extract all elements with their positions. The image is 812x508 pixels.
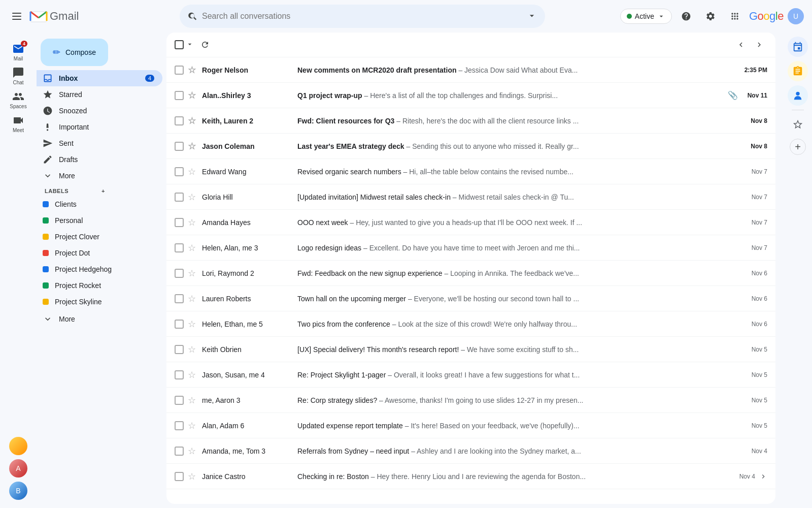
- apps-button[interactable]: [725, 6, 745, 26]
- contacts-panel-button[interactable]: [788, 85, 808, 106]
- labels-add-button[interactable]: +: [101, 188, 158, 194]
- sidebar-item-sent[interactable]: Sent: [37, 135, 162, 151]
- gmail-logo: Gmail: [29, 10, 79, 23]
- sidebar-item-inbox[interactable]: Inbox 4: [37, 70, 162, 86]
- tasks-panel-button[interactable]: [788, 61, 808, 81]
- email-row[interactable]: ☆ Alan..Shirley 3 Q1 project wrap-up – H…: [166, 83, 775, 108]
- label-clients[interactable]: Clients: [37, 196, 162, 212]
- sidebar-item-starred[interactable]: Starred: [37, 86, 162, 103]
- row-star-11[interactable]: ☆: [188, 319, 198, 329]
- row-star-13[interactable]: ☆: [188, 370, 198, 380]
- sidebar-item-important[interactable]: Important: [37, 119, 162, 135]
- email-row[interactable]: ☆ Alan, Adam 6 Updated expense report te…: [166, 413, 775, 438]
- row-star-4[interactable]: ☆: [188, 141, 198, 151]
- bottom-avatar-1[interactable]: [9, 437, 27, 455]
- search-input[interactable]: [202, 12, 523, 21]
- row-checkbox-11[interactable]: [175, 320, 184, 329]
- row-star-9[interactable]: ☆: [188, 268, 198, 278]
- search-bar[interactable]: [180, 5, 545, 28]
- row-checkbox-7[interactable]: [175, 218, 184, 227]
- row-checkbox-10[interactable]: [175, 294, 184, 303]
- sidebar-item-drafts[interactable]: Drafts: [37, 151, 162, 168]
- email-row[interactable]: ☆ me, Aaron 3 Re: Corp strategy slides? …: [166, 388, 775, 413]
- row-star-7[interactable]: ☆: [188, 217, 198, 228]
- next-page-button[interactable]: [751, 37, 767, 53]
- subject-preview-16: Referrals from Sydney – need input – Ash…: [297, 447, 738, 455]
- settings-icon: [705, 11, 716, 21]
- select-all-checkbox[interactable]: [175, 40, 184, 49]
- status-button[interactable]: Active: [620, 9, 672, 24]
- row-checkbox-4[interactable]: [175, 142, 184, 151]
- row-checkbox-17[interactable]: [175, 472, 184, 481]
- email-row[interactable]: ☆ Helen, Ethan, me 5 Two pics from the c…: [166, 311, 775, 337]
- add-addon-button[interactable]: +: [790, 139, 806, 155]
- row-checkbox-12[interactable]: [175, 345, 184, 354]
- topbar-left: Gmail: [8, 9, 176, 24]
- sidebar-item-snoozed[interactable]: Snoozed: [37, 103, 162, 119]
- row-checkbox-8[interactable]: [175, 243, 184, 252]
- email-row[interactable]: ☆ Roger Nelson New comments on MCR2020 d…: [166, 57, 775, 83]
- row-meta-1: 2:35 PM: [742, 67, 767, 74]
- row-star-5[interactable]: ☆: [188, 167, 198, 177]
- row-star-15[interactable]: ☆: [188, 421, 198, 431]
- label-project-skyline[interactable]: Project Skyline: [37, 294, 162, 310]
- refresh-button[interactable]: [197, 37, 213, 53]
- email-row[interactable]: ☆ Keith Obrien [UX] Special delivery! Th…: [166, 337, 775, 362]
- row-checkbox-6[interactable]: [175, 193, 184, 202]
- row-checkbox-9[interactable]: [175, 269, 184, 278]
- sidebar-item-spaces[interactable]: Spaces: [2, 88, 35, 111]
- email-row[interactable]: ☆ Lauren Roberts Town hall on the upcomi…: [166, 286, 775, 311]
- row-checkbox-13[interactable]: [175, 370, 184, 379]
- row-star-8[interactable]: ☆: [188, 243, 198, 253]
- search-dropdown-arrow[interactable]: [527, 11, 537, 22]
- row-checkbox-3[interactable]: [175, 116, 184, 125]
- sidebar-item-more-labels[interactable]: More: [37, 311, 162, 327]
- label-project-hedgehog[interactable]: Project Hedgehog: [37, 261, 162, 277]
- select-all-dropdown[interactable]: [185, 39, 195, 51]
- star-addon-button[interactable]: [788, 114, 808, 135]
- row-star-10[interactable]: ☆: [188, 294, 198, 304]
- email-row[interactable]: ☆ Helen, Alan, me 3 Logo redesign ideas …: [166, 235, 775, 261]
- row-star-16[interactable]: ☆: [188, 446, 198, 456]
- prev-page-button[interactable]: [733, 37, 749, 53]
- email-row[interactable]: ☆ Keith, Lauren 2 Fwd: Client resources …: [166, 108, 775, 134]
- email-row[interactable]: ☆ Amanda Hayes OOO next week – Hey, just…: [166, 210, 775, 235]
- sidebar-item-meet[interactable]: Meet: [2, 112, 35, 135]
- hamburger-menu[interactable]: [8, 9, 25, 24]
- row-star-12[interactable]: ☆: [188, 344, 198, 355]
- row-star-14[interactable]: ☆: [188, 395, 198, 405]
- row-star-6[interactable]: ☆: [188, 192, 198, 202]
- row-checkbox-15[interactable]: [175, 421, 184, 430]
- label-project-clover[interactable]: Project Clover: [37, 229, 162, 245]
- compose-button[interactable]: ✏ Compose: [41, 39, 108, 66]
- email-row[interactable]: ☆ Janice Castro Checking in re: Boston –…: [166, 464, 775, 489]
- help-button[interactable]: [676, 6, 696, 26]
- email-row[interactable]: ☆ Edward Wang Revised organic search num…: [166, 159, 775, 184]
- email-row[interactable]: ☆ Lori, Raymond 2 Fwd: Feedback on the n…: [166, 261, 775, 286]
- row-star-2[interactable]: ☆: [188, 90, 198, 101]
- label-personal[interactable]: Personal: [37, 212, 162, 229]
- sidebar-item-mail[interactable]: 4 Mail: [2, 41, 35, 64]
- email-row[interactable]: ☆ Gloria Hill [Updated invitation] Midwe…: [166, 184, 775, 210]
- bottom-avatar-3[interactable]: B: [9, 482, 27, 500]
- sender-5: Edward Wang: [202, 168, 293, 176]
- email-row[interactable]: ☆ Jason Coleman Last year's EMEA strateg…: [166, 134, 775, 159]
- row-checkbox-14[interactable]: [175, 396, 184, 405]
- sidebar-item-chat[interactable]: Chat: [2, 65, 35, 87]
- row-checkbox-16[interactable]: [175, 447, 184, 456]
- label-project-rocket[interactable]: Project Rocket: [37, 277, 162, 294]
- label-project-dot[interactable]: Project Dot: [37, 245, 162, 261]
- sidebar-item-more[interactable]: More: [37, 168, 162, 184]
- row-star-17[interactable]: ☆: [188, 471, 198, 482]
- row-star-1[interactable]: ☆: [188, 65, 198, 75]
- row-checkbox-2[interactable]: [175, 91, 184, 100]
- row-star-3[interactable]: ☆: [188, 116, 198, 126]
- email-row[interactable]: ☆ Jason, Susan, me 4 Re: Project Skyligh…: [166, 362, 775, 388]
- settings-button[interactable]: [700, 6, 721, 26]
- email-row[interactable]: ☆ Amanda, me, Tom 3 Referrals from Sydne…: [166, 438, 775, 464]
- bottom-avatar-2[interactable]: A: [9, 459, 27, 478]
- user-avatar[interactable]: U: [788, 8, 804, 24]
- calendar-panel-button[interactable]: [788, 37, 808, 57]
- row-checkbox-5[interactable]: [175, 167, 184, 176]
- row-checkbox-1[interactable]: [175, 66, 184, 75]
